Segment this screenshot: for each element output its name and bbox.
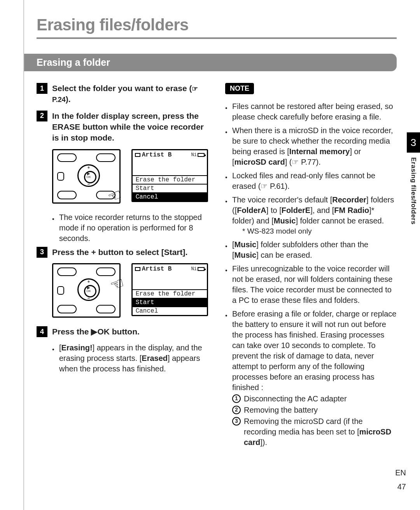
lcd-option-start: Start bbox=[133, 184, 207, 192]
figure-step2: + − ▶OK ☜ Artist B Ni Erase the folder S… bbox=[52, 149, 208, 204]
title-underline bbox=[37, 37, 397, 39]
device-button bbox=[96, 267, 116, 276]
battery-icon: Ni bbox=[191, 152, 205, 158]
lcd-option-cancel: Cancel bbox=[133, 192, 207, 201]
step-text: Select the folder you want to erase (☞ P… bbox=[52, 83, 208, 105]
right-column: NOTE Files cannot be restored after bein… bbox=[225, 83, 397, 452]
enum-item: 1 Disconnecting the AC adapter bbox=[232, 394, 397, 404]
device-illustration: + − ▶OK ☜ bbox=[52, 149, 121, 204]
step-number: 3 bbox=[37, 247, 47, 258]
content-columns: 1 Select the folder you want to erase (☞… bbox=[37, 83, 397, 452]
bullet-dot-icon bbox=[52, 212, 55, 244]
bullet-dot-icon bbox=[225, 309, 228, 448]
note-badge: NOTE bbox=[225, 83, 254, 94]
side-tab: 3 Erasing files/folders bbox=[407, 132, 420, 225]
minus-icon: − bbox=[88, 296, 90, 301]
plus-icon: + bbox=[88, 279, 90, 284]
pointing-hand-icon: ☜ bbox=[107, 273, 127, 295]
step-number: 1 bbox=[37, 83, 47, 94]
lcd-screen: Artist B Ni Erase the folder Start Cance… bbox=[131, 263, 208, 316]
device-button bbox=[57, 305, 77, 313]
device-button bbox=[57, 191, 77, 199]
note-item: [Music] folder subfolders other than the… bbox=[225, 239, 397, 260]
lcd-line: Erase the folder bbox=[133, 175, 207, 184]
folder-icon bbox=[135, 267, 140, 271]
note-item: Files cannot be restored after being era… bbox=[225, 101, 397, 122]
minus-icon: − bbox=[88, 182, 90, 186]
device-button bbox=[96, 153, 116, 162]
bullet: The voice recorder returns to the stoppe… bbox=[52, 212, 208, 244]
dpad-icon: + − ▶OK bbox=[77, 278, 100, 301]
chapter-number: 3 bbox=[407, 132, 420, 153]
device-button bbox=[57, 172, 64, 181]
enum-item: 2 Removing the battery bbox=[232, 405, 397, 415]
note-item: Before erasing a file or folder, charge … bbox=[225, 309, 397, 448]
lcd-folder-name: Artist B bbox=[135, 151, 172, 158]
footnote: * WS-823 model only bbox=[242, 226, 397, 236]
note-item: Locked files and read-only files cannot … bbox=[225, 171, 397, 192]
step-3: 3 Press the + button to select [Start]. bbox=[37, 247, 208, 258]
page-number: 47 bbox=[397, 482, 406, 491]
enum-item: 3 Removing the microSD card (if the reco… bbox=[232, 416, 397, 448]
device-button bbox=[57, 286, 64, 295]
plus-icon: + bbox=[88, 165, 90, 170]
bullet-dot-icon bbox=[225, 239, 228, 260]
lcd-statusbar: Artist B Ni bbox=[133, 150, 207, 160]
step-text: Press the + button to select [Start]. bbox=[52, 247, 187, 258]
circled-number-icon: 1 bbox=[232, 394, 241, 403]
lcd-screen: Artist B Ni Erase the folder Start Cance… bbox=[131, 149, 208, 202]
bullet: [Erasing!] appears in the display, and t… bbox=[52, 343, 208, 374]
bullet-dot-icon bbox=[225, 125, 228, 167]
step-number: 4 bbox=[37, 326, 47, 337]
note-item: When there is a microSD in the voice rec… bbox=[225, 125, 397, 167]
bullet-dot-icon bbox=[225, 101, 228, 122]
step-1: 1 Select the folder you want to erase (☞… bbox=[37, 83, 208, 105]
step-number: 2 bbox=[37, 111, 47, 121]
lcd-statusbar: Artist B Ni bbox=[133, 264, 207, 274]
pointing-hand-icon: ☜ bbox=[105, 185, 124, 207]
step-text: Press the ▶OK button. bbox=[52, 326, 140, 337]
device-button bbox=[57, 267, 77, 276]
note-item: The voice recorder's default [Recorder] … bbox=[225, 195, 397, 236]
section-header: Erasing a folder bbox=[23, 54, 397, 71]
language-code: EN bbox=[395, 468, 406, 477]
lcd-folder-name: Artist B bbox=[135, 266, 172, 273]
page-title: Erasing files/folders bbox=[37, 16, 397, 34]
lcd-option-cancel: Cancel bbox=[133, 306, 207, 315]
circled-number-icon: 2 bbox=[232, 406, 241, 414]
ok-icon: ▶OK bbox=[86, 172, 91, 179]
battery-icon: Ni bbox=[191, 266, 205, 272]
bullet-dot-icon bbox=[52, 343, 55, 374]
circled-number-icon: 3 bbox=[232, 417, 241, 426]
dpad-icon: + − ▶OK bbox=[77, 164, 100, 187]
bullet-dot-icon bbox=[225, 264, 228, 306]
lcd-option-start: Start bbox=[133, 298, 207, 306]
manual-page: Erasing files/folders Erasing a folder 1… bbox=[0, 0, 420, 510]
step-text: In the folder display screen, press the … bbox=[52, 111, 208, 144]
device-illustration: + − ▶OK ☜ bbox=[52, 263, 121, 318]
left-column: 1 Select the folder you want to erase (☞… bbox=[37, 83, 208, 452]
chapter-label: Erasing files/folders bbox=[410, 157, 417, 225]
figure-step3: + − ▶OK ☜ Artist B Ni Erase the folder S… bbox=[52, 263, 208, 318]
folder-icon bbox=[135, 153, 140, 157]
bullet-dot-icon bbox=[225, 195, 228, 236]
lcd-line: Erase the folder bbox=[133, 289, 207, 298]
ok-icon: ▶OK bbox=[86, 286, 91, 293]
left-rule bbox=[23, 0, 24, 510]
step-4: 4 Press the ▶OK button. bbox=[37, 326, 208, 337]
step-2: 2 In the folder display screen, press th… bbox=[37, 111, 208, 144]
device-button bbox=[57, 153, 77, 162]
bullet-dot-icon bbox=[225, 171, 228, 192]
note-item: Files unrecognizable to the voice record… bbox=[225, 264, 397, 306]
device-button bbox=[96, 305, 116, 313]
